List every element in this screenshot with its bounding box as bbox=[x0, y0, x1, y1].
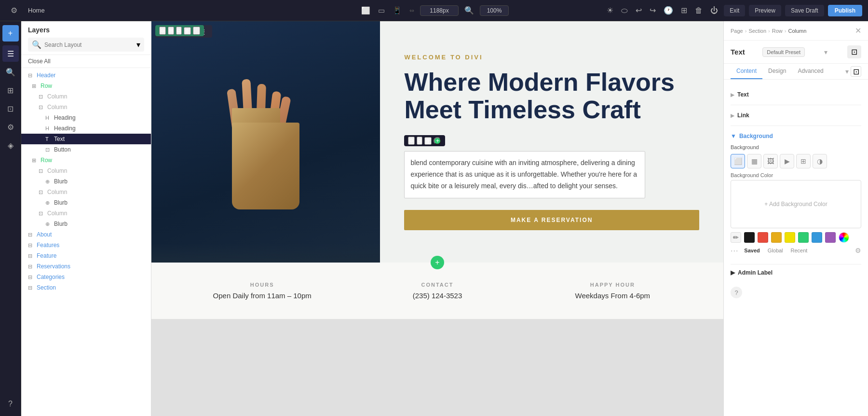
bg-pattern-btn[interactable]: ⊞ bbox=[796, 154, 811, 168]
search-layout-input[interactable] bbox=[44, 42, 134, 48]
color-settings-icon[interactable]: ⚙ bbox=[855, 247, 861, 255]
undo-icon[interactable]: ↩ bbox=[634, 5, 644, 16]
preset-dropdown[interactable]: Default Preset bbox=[762, 47, 805, 57]
layers-icon-btn[interactable]: ☰ bbox=[2, 45, 19, 62]
panel-link-header[interactable]: ▶ Link bbox=[731, 110, 861, 121]
panel-maximize-btn[interactable]: ⊡ bbox=[847, 45, 861, 58]
search-icon-btn[interactable]: 🔍 bbox=[2, 64, 19, 80]
breadcrumb-column[interactable]: Column bbox=[788, 28, 806, 34]
color-tab-recent[interactable]: Recent bbox=[789, 247, 810, 255]
tree-item-col5[interactable]: ⊡ Column bbox=[21, 208, 151, 219]
filter-icon[interactable]: ▾ bbox=[136, 40, 140, 49]
tree-item-blurb1[interactable]: ⊕ Blurb bbox=[21, 176, 151, 187]
sun-icon[interactable]: ☀ bbox=[605, 5, 615, 16]
bg-video-btn[interactable]: ▶ bbox=[780, 154, 794, 168]
admin-label-header[interactable]: ▶ Admin Label bbox=[731, 269, 861, 276]
close-panel-button[interactable]: ✕ bbox=[855, 26, 861, 35]
tree-item-col4[interactable]: ⊡ Column bbox=[21, 187, 151, 197]
tree-item-col1[interactable]: ⊡ Column bbox=[21, 91, 151, 102]
tree-item-features[interactable]: ⊟ Features bbox=[21, 240, 151, 250]
add-element-button[interactable]: + bbox=[2, 25, 19, 42]
tree-item-col2[interactable]: ⊡ Column bbox=[21, 102, 151, 112]
swatch-red[interactable] bbox=[758, 232, 768, 243]
desktop-view-btn[interactable]: ⬜ bbox=[359, 4, 372, 17]
wireframe-icon-btn[interactable]: ⊞ bbox=[2, 82, 19, 98]
color-tab-saved[interactable]: Saved bbox=[742, 247, 761, 255]
redo-icon[interactable]: ↪ bbox=[648, 5, 658, 16]
layout-icon[interactable]: ⊞ bbox=[679, 5, 689, 16]
preview-button[interactable]: Preview bbox=[749, 5, 781, 16]
tree-item-heading2[interactable]: H Heading bbox=[21, 123, 151, 134]
exit-button[interactable]: Exit bbox=[724, 5, 745, 16]
modules-icon-btn[interactable]: ⊡ bbox=[2, 100, 19, 117]
tree-item-about[interactable]: ⊟ About bbox=[21, 229, 151, 240]
tree-item-header[interactable]: ⊟ Header bbox=[21, 70, 151, 81]
tree-item-blurb2[interactable]: ⊕ Blurb bbox=[21, 197, 151, 208]
bg-image-btn[interactable]: 🖼 bbox=[763, 154, 778, 168]
color-picker-spectrum[interactable] bbox=[839, 232, 849, 243]
text-duplicate-btn[interactable]: ⧉ bbox=[417, 137, 422, 145]
tab-content[interactable]: Content bbox=[731, 64, 762, 79]
text-delete-btn[interactable]: 🗑 bbox=[424, 137, 432, 145]
toggle-icon[interactable]: ⬭ bbox=[619, 5, 630, 16]
bg-color-btn[interactable]: ⬜ bbox=[731, 154, 745, 168]
search-icon[interactable]: 🔍 bbox=[462, 5, 476, 16]
bg-gradient-btn[interactable]: ▦ bbox=[747, 154, 761, 168]
tab-layout-btn[interactable]: ⊡ bbox=[851, 66, 861, 77]
color-tab-global[interactable]: Global bbox=[766, 247, 785, 255]
theme-icon-btn[interactable]: ◈ bbox=[2, 137, 19, 153]
row-duplicate-btn[interactable]: ⧉ bbox=[176, 27, 182, 35]
row-delete-btn[interactable]: 🗑 bbox=[184, 27, 191, 35]
tree-item-blurb3[interactable]: ⊕ Blurb bbox=[21, 219, 151, 229]
breadcrumb-page[interactable]: Page bbox=[731, 28, 743, 34]
swatch-blue[interactable] bbox=[812, 232, 822, 243]
close-all[interactable]: Close All bbox=[21, 55, 151, 68]
tab-chevron-down[interactable]: ▾ bbox=[845, 68, 849, 75]
help-icon-btn[interactable]: ? bbox=[2, 396, 19, 412]
swatch-green[interactable] bbox=[798, 232, 809, 243]
settings-icon[interactable]: ⚙ bbox=[6, 2, 22, 19]
bg-color-picker-area[interactable]: + Add Background Color bbox=[731, 180, 861, 228]
help-question-icon[interactable]: ? bbox=[731, 287, 742, 298]
panel-text-header[interactable]: ▶ Text bbox=[731, 89, 861, 100]
row-more-btn[interactable]: ⋮ bbox=[193, 27, 200, 35]
bg-mask-btn[interactable]: ◑ bbox=[813, 154, 827, 168]
tab-design[interactable]: Design bbox=[762, 64, 792, 79]
color-more-dots[interactable]: ··· bbox=[731, 247, 738, 255]
text-settings-btn[interactable]: ⚙ bbox=[408, 137, 415, 145]
tree-item-heading1[interactable]: H Heading bbox=[21, 112, 151, 123]
tree-item-reservations[interactable]: ⊟ Reservations bbox=[21, 261, 151, 272]
width-input[interactable] bbox=[420, 5, 459, 16]
tablet-view-btn[interactable]: ▭ bbox=[376, 4, 387, 17]
tree-item-text1[interactable]: T Text bbox=[21, 134, 151, 144]
tree-item-section[interactable]: ⊟ Section bbox=[21, 282, 151, 293]
power-icon[interactable]: ⏻ bbox=[708, 5, 720, 16]
publish-button[interactable]: Publish bbox=[828, 5, 862, 16]
row-settings-btn[interactable]: ⚙ bbox=[159, 27, 166, 35]
tree-item-categories[interactable]: ⊟ Categories bbox=[21, 272, 151, 282]
swatch-gold[interactable] bbox=[771, 232, 782, 243]
breadcrumb-section[interactable]: Section bbox=[748, 28, 766, 34]
add-section-button[interactable]: + bbox=[431, 256, 444, 269]
page-settings-icon-btn[interactable]: ⚙ bbox=[2, 119, 19, 135]
breadcrumb-row[interactable]: Row bbox=[772, 28, 783, 34]
tree-item-row1[interactable]: ⊞ Row bbox=[21, 81, 151, 91]
canvas-area[interactable]: ⚙ ⊞ ⧉ 🗑 ⋮ ⚙ ⊞ ⧉ 🗑 ⋮ bbox=[151, 21, 723, 416]
cta-button[interactable]: MAKE A RESERVATION bbox=[404, 210, 699, 230]
zoom-input[interactable] bbox=[480, 5, 509, 16]
tree-item-row2[interactable]: ⊞ Row bbox=[21, 155, 151, 166]
hero-image-column[interactable] bbox=[151, 21, 380, 263]
tree-item-feature[interactable]: ⊟ Feature bbox=[21, 250, 151, 261]
hero-body-text[interactable]: blend contemporary cuisine with an invit… bbox=[404, 151, 645, 198]
swatch-black[interactable] bbox=[744, 232, 755, 243]
row-layout-btn[interactable]: ⊞ bbox=[168, 27, 174, 35]
tab-advanced[interactable]: Advanced bbox=[792, 64, 829, 79]
save-draft-button[interactable]: Save Draft bbox=[785, 5, 824, 16]
tree-item-col3[interactable]: ⊡ Column bbox=[21, 166, 151, 176]
trash-icon[interactable]: 🗑 bbox=[693, 5, 705, 16]
swatch-purple[interactable] bbox=[825, 232, 836, 243]
text-add-btn[interactable]: + bbox=[434, 137, 441, 145]
tree-item-button1[interactable]: ⊡ Button bbox=[21, 144, 151, 155]
preset-arrow[interactable]: ▾ bbox=[824, 48, 827, 56]
swatch-yellow[interactable] bbox=[785, 232, 795, 243]
